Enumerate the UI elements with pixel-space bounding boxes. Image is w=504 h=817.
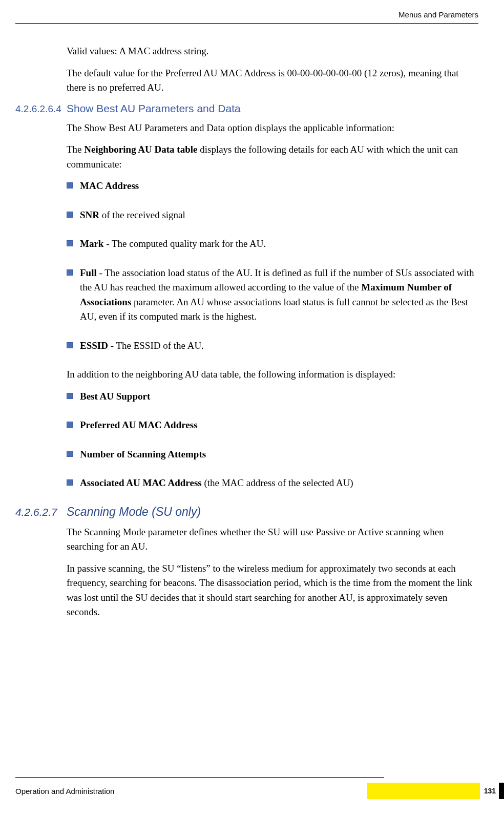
- text: - The computed quality mark for the AU.: [103, 238, 266, 249]
- text: (the MAC address of the selected AU): [202, 477, 353, 488]
- page-footer: Operation and Administration 131: [15, 777, 504, 809]
- text-bold: SNR: [80, 210, 99, 220]
- text: The: [67, 144, 84, 155]
- bullet-square-icon: [67, 393, 73, 399]
- section-heading-scanning-mode: 4.2.6.2.7 Scanning Mode (SU only): [15, 505, 478, 519]
- paragraph: In passive scanning, the SU “listens” to…: [67, 561, 478, 620]
- text: - The ESSID of the AU.: [108, 340, 204, 351]
- list-item: Preferred AU MAC Address: [67, 418, 478, 433]
- bullet-square-icon: [67, 182, 73, 188]
- bullet-square-icon: [67, 240, 73, 246]
- list-item: Number of Scanning Attempts: [67, 447, 478, 462]
- text-bold: MAC Address: [80, 180, 139, 191]
- list-item: Mark - The computed quality mark for the…: [67, 237, 478, 252]
- text: parameter. An AU whose associations load…: [80, 297, 468, 322]
- footer-yellow-bar: [367, 783, 480, 799]
- page-number: 131: [484, 787, 496, 795]
- list-item: SNR of the received signal: [67, 208, 478, 223]
- section-heading-show-best-au: 4.2.6.2.6.4 Show Best AU Parameters and …: [15, 102, 478, 115]
- bullet-square-icon: [67, 342, 73, 348]
- section-title: Show Best AU Parameters and Data: [67, 102, 241, 115]
- list-item: Associated AU MAC Address (the MAC addre…: [67, 476, 478, 491]
- paragraph: The Show Best AU Parameters and Data opt…: [67, 121, 478, 136]
- section-number: 4.2.6.2.6.4: [15, 103, 67, 115]
- bullet-square-icon: [67, 269, 73, 276]
- footer-black-bar: [499, 783, 504, 799]
- text-bold: Number of Scanning Attempts: [80, 449, 206, 459]
- bullet-square-icon: [67, 212, 73, 218]
- footer-divider: [15, 777, 384, 778]
- bullet-square-icon: [67, 422, 73, 428]
- list-item: Best AU Support: [67, 389, 478, 404]
- list-item: Full - The association load status of th…: [67, 266, 478, 324]
- list-item: ESSID - The ESSID of the AU.: [67, 339, 478, 353]
- bullet-square-icon: [67, 479, 73, 486]
- text-bold: Mark: [80, 238, 103, 249]
- bullet-square-icon: [67, 451, 73, 457]
- paragraph-default-value: The default value for the Preferred AU M…: [67, 66, 478, 95]
- list-item: MAC Address: [67, 179, 478, 194]
- text-bold: Full: [80, 267, 97, 278]
- footer-document-title: Operation and Administration: [15, 787, 114, 795]
- text-bold: Neighboring AU Data table: [84, 144, 197, 155]
- section-title: Scanning Mode (SU only): [67, 505, 201, 519]
- text-bold: Associated AU MAC Address: [80, 477, 202, 488]
- paragraph: In addition to the neighboring AU data t…: [67, 367, 478, 382]
- text-bold: Preferred AU MAC Address: [80, 420, 198, 430]
- paragraph: The Scanning Mode parameter defines whet…: [67, 525, 478, 554]
- text-bold: ESSID: [80, 340, 108, 351]
- text: of the received signal: [99, 210, 185, 220]
- paragraph: The Neighboring AU Data table displays t…: [67, 142, 478, 172]
- text-bold: Best AU Support: [80, 391, 150, 402]
- section-number: 4.2.6.2.7: [15, 506, 67, 518]
- paragraph-valid-values: Valid values: A MAC address string.: [67, 44, 478, 59]
- header-chapter-title: Menus and Parameters: [15, 10, 478, 24]
